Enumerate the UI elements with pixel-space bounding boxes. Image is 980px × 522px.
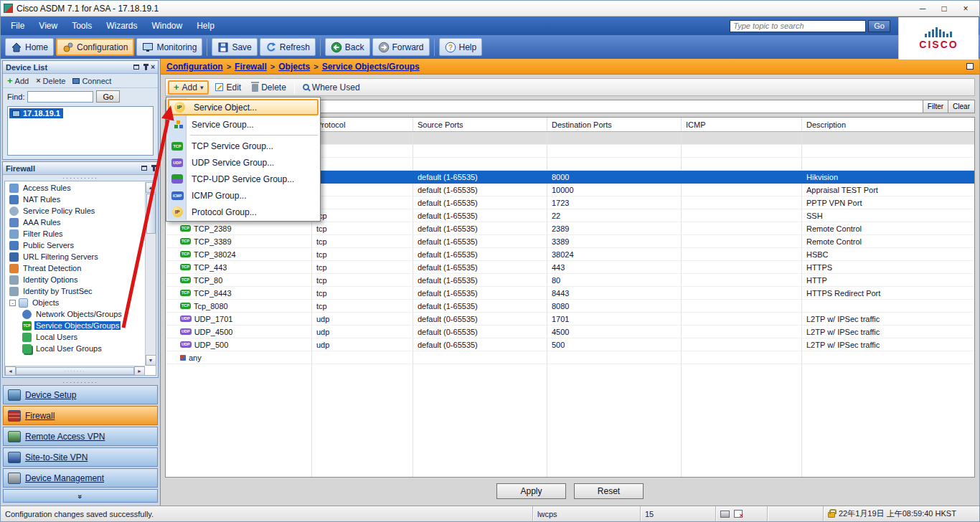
table-row[interactable]: UDPUDP_1701udpdefault (0-65535)1701L2TP … xyxy=(166,313,974,326)
panel-float-icon[interactable] xyxy=(133,65,139,70)
tree-item-local-users[interactable]: Local Users xyxy=(5,331,145,343)
delete-button[interactable]: Delete xyxy=(248,80,291,95)
table-row[interactable]: TCPTcp_8080tcpdefault (1-65535)8080 xyxy=(166,300,974,313)
menu-item-tcp-udp-service-group[interactable]: TCP-UDP Service Group... xyxy=(167,171,319,187)
table-row[interactable]: TCPTCP_80tcpdefault (1-65535)80HTTP xyxy=(166,274,974,287)
tree-item-service-policy-rules[interactable]: Service Policy Rules xyxy=(5,205,145,217)
tree-item-access-rules[interactable]: Access Rules xyxy=(5,182,145,194)
device-connect-button[interactable]: Connect xyxy=(72,77,111,85)
tree-item-network-objects-groups[interactable]: Network Objects/Groups xyxy=(5,308,145,320)
table-row[interactable]: TCPTCP_2389tcpdefault (1-65535)2389Remot… xyxy=(166,222,974,235)
minimize-button[interactable]: ─ xyxy=(912,1,933,16)
home-button[interactable]: Home xyxy=(5,38,54,56)
maximize-button[interactable]: □ xyxy=(933,1,955,16)
tree-item-aaa-rules[interactable]: AAA Rules xyxy=(5,217,145,228)
menu-wizards[interactable]: Wizards xyxy=(99,19,144,33)
menu-item-udp-service-group[interactable]: UDPUDP Service Group... xyxy=(167,154,319,171)
tree-item-public-servers[interactable]: Public Servers xyxy=(5,239,145,251)
help-search-go-button[interactable]: Go xyxy=(868,20,890,32)
breadcrumb-service-objects-groups[interactable]: Service Objects/Groups xyxy=(322,62,420,72)
monitoring-button[interactable]: Monitoring xyxy=(136,38,202,56)
forward-button[interactable]: Forward xyxy=(372,38,430,56)
tree-expander-icon[interactable]: - xyxy=(9,300,16,306)
scroll-thumb[interactable] xyxy=(146,194,156,234)
panel-close-icon[interactable]: × xyxy=(151,64,155,71)
save-button[interactable]: Save xyxy=(212,38,257,56)
nav-device-management[interactable]: Device Management xyxy=(3,468,158,488)
where-used-button[interactable]: Where Used xyxy=(298,80,364,95)
tree-item-filter-rules[interactable]: Filter Rules xyxy=(5,228,145,239)
scroll-down-button[interactable]: ▼ xyxy=(146,355,156,366)
hscroll-thumb[interactable]: ······· xyxy=(16,367,134,375)
menu-tools[interactable]: Tools xyxy=(65,19,99,33)
table-row[interactable]: UDPUDP_4500udpdefault (0-65535)4500L2TP … xyxy=(166,326,974,338)
breadcrumb-objects[interactable]: Objects xyxy=(278,62,310,72)
table-row[interactable]: TCPTCP_8443tcpdefault (1-65535)8443HTTPS… xyxy=(166,287,974,300)
device-list-box[interactable]: 17.18.19.1 xyxy=(7,106,154,156)
add-button[interactable]: + Add ▾ xyxy=(168,80,209,95)
tree-hscrollbar[interactable]: ◄ ······· ► xyxy=(5,366,145,375)
column-header-protocol[interactable]: Protocol xyxy=(312,118,413,131)
back-button[interactable]: Back xyxy=(325,38,370,56)
apply-button[interactable]: Apply xyxy=(496,483,566,499)
tree-item-identity-options[interactable]: Identity Options xyxy=(5,274,145,285)
menu-item-icmp-group[interactable]: ICMPICMP Group... xyxy=(167,187,319,204)
nav-device-setup[interactable]: Device Setup xyxy=(3,385,158,404)
help-button[interactable]: ? Help xyxy=(439,38,483,56)
nav-remote-access-vpn[interactable]: Remote Access VPN xyxy=(3,427,158,446)
device-add-button[interactable]: +Add xyxy=(7,76,29,85)
close-button[interactable]: × xyxy=(955,1,976,16)
help-search-input[interactable] xyxy=(730,20,866,32)
scroll-up-button[interactable]: ▲ xyxy=(146,182,156,193)
find-go-button[interactable]: Go xyxy=(96,90,120,103)
column-header-icmp[interactable]: ICMP xyxy=(682,118,802,131)
table-row[interactable]: TCPTCP_3389tcpdefault (1-65535)3389Remot… xyxy=(166,235,974,248)
menu-window[interactable]: Window xyxy=(145,19,190,33)
filter-button[interactable]: Filter xyxy=(923,100,948,113)
pane-maximize-icon[interactable] xyxy=(966,63,974,70)
tree-vscrollbar[interactable]: ▲ ▼ xyxy=(145,182,156,366)
table-row[interactable]: TCPTCP_38024tcpdefault (1-65535)38024HSB… xyxy=(166,248,974,261)
menu-item-protocol-group[interactable]: IPProtocol Group... xyxy=(167,204,319,220)
clear-button[interactable]: Clear xyxy=(948,100,975,113)
column-header-source[interactable]: Source Ports xyxy=(413,118,547,131)
nav-site-to-site-vpn[interactable]: Site-to-Site VPN xyxy=(3,447,158,467)
configuration-button[interactable]: Configuration xyxy=(56,38,134,56)
column-header-desc[interactable]: Description xyxy=(802,118,974,131)
device-item[interactable]: 17.18.19.1 xyxy=(9,108,63,118)
sidebar-collapse-button[interactable]: » xyxy=(3,489,158,503)
menu-view[interactable]: View xyxy=(32,19,65,33)
find-input[interactable] xyxy=(27,91,93,103)
column-header-dest[interactable]: Destination Ports xyxy=(547,118,682,131)
menu-help[interactable]: Help xyxy=(189,19,222,33)
table-row[interactable]: UDPUDP_500udpdefault (0-65535)500L2TP w/… xyxy=(166,338,974,351)
refresh-button[interactable]: Refresh xyxy=(260,38,316,56)
device-delete-button[interactable]: ×Delete xyxy=(36,77,65,85)
tree-item-url-filtering-servers[interactable]: URL Filtering Servers xyxy=(5,251,145,262)
breadcrumb-firewall[interactable]: Firewall xyxy=(235,62,267,72)
panel-pin-icon[interactable] xyxy=(153,165,155,171)
scroll-left-button[interactable]: ◄ xyxy=(5,366,16,376)
table-row[interactable]: any xyxy=(166,351,974,364)
tree-item-nat-rules[interactable]: NAT Rules xyxy=(5,194,145,205)
tree-item-local-user-groups[interactable]: Local User Groups xyxy=(5,343,145,354)
panel-splitter[interactable]: ·········· xyxy=(2,379,159,385)
table-row[interactable]: TCPTCP_443tcpdefault (1-65535)443HTTPS xyxy=(166,261,974,274)
tree-item-objects[interactable]: -Objects xyxy=(5,297,145,308)
tree-item-threat-detection[interactable]: Threat Detection xyxy=(5,262,145,274)
menu-item-service-group[interactable]: Service Group... xyxy=(167,116,319,133)
reset-button[interactable]: Reset xyxy=(574,483,644,499)
tree-item-identity-by-trustsec[interactable]: Identity by TrustSec xyxy=(5,285,145,297)
panel-float-icon[interactable] xyxy=(141,166,147,171)
menu-file[interactable]: File xyxy=(4,19,32,33)
scroll-right-button[interactable]: ► xyxy=(134,366,145,376)
panel-drag-handle[interactable]: ·········· xyxy=(3,175,158,181)
menu-item-service-object[interactable]: IPService Object... xyxy=(168,99,319,115)
nav-firewall[interactable]: Firewall xyxy=(3,406,158,425)
menu-item-tcp-service-group[interactable]: TCPTCP Service Group... xyxy=(167,138,319,154)
breadcrumb-configuration[interactable]: Configuration xyxy=(166,62,223,72)
edit-button[interactable]: Edit xyxy=(211,80,245,95)
udp-group-icon: UDP xyxy=(171,158,183,167)
tree-item-service-objects-groups[interactable]: Service Objects/Groups xyxy=(5,320,145,331)
panel-pin-icon[interactable] xyxy=(145,64,147,70)
